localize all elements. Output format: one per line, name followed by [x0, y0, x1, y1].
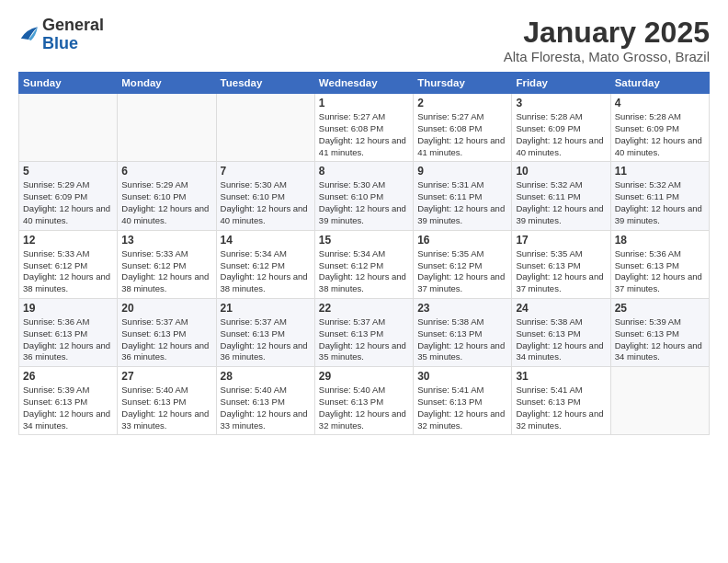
cell-info: Sunrise: 5:40 AM Sunset: 6:13 PM Dayligh…	[121, 385, 211, 431]
day-number: 8	[319, 165, 409, 178]
cell-2-3: 7Sunrise: 5:30 AM Sunset: 6:10 PM Daylig…	[216, 162, 314, 230]
cell-2-7: 11Sunrise: 5:32 AM Sunset: 6:11 PM Dayli…	[610, 162, 709, 230]
cell-info: Sunrise: 5:30 AM Sunset: 6:10 PM Dayligh…	[319, 179, 409, 226]
cell-5-1: 26Sunrise: 5:39 AM Sunset: 6:13 PM Dayli…	[19, 367, 118, 435]
cell-2-6: 10Sunrise: 5:32 AM Sunset: 6:11 PM Dayli…	[512, 162, 610, 230]
cell-4-3: 21Sunrise: 5:37 AM Sunset: 6:13 PM Dayli…	[216, 298, 314, 366]
cell-info: Sunrise: 5:33 AM Sunset: 6:12 PM Dayligh…	[23, 248, 113, 295]
cell-4-4: 22Sunrise: 5:37 AM Sunset: 6:13 PM Dayli…	[314, 298, 413, 366]
day-number: 2	[417, 97, 507, 109]
day-number: 13	[121, 234, 211, 247]
cell-info: Sunrise: 5:38 AM Sunset: 6:13 PM Dayligh…	[417, 316, 507, 363]
day-number: 6	[121, 165, 211, 178]
logo-bird-icon	[18, 23, 39, 43]
col-monday: Monday	[118, 73, 216, 94]
day-number: 5	[23, 165, 113, 178]
cell-5-6: 31Sunrise: 5:41 AM Sunset: 6:13 PM Dayli…	[512, 367, 610, 435]
cell-5-5: 30Sunrise: 5:41 AM Sunset: 6:13 PM Dayli…	[414, 367, 512, 435]
cell-2-4: 8Sunrise: 5:30 AM Sunset: 6:10 PM Daylig…	[314, 162, 413, 230]
day-number: 1	[319, 97, 409, 109]
cell-info: Sunrise: 5:29 AM Sunset: 6:10 PM Dayligh…	[121, 179, 211, 226]
cell-3-3: 14Sunrise: 5:34 AM Sunset: 6:12 PM Dayli…	[216, 230, 314, 298]
header: General Blue January 2025 Alta Floresta,…	[18, 17, 710, 64]
calendar-table: Sunday Monday Tuesday Wednesday Thursday…	[18, 72, 710, 435]
day-number: 9	[417, 165, 507, 178]
cell-3-6: 17Sunrise: 5:35 AM Sunset: 6:13 PM Dayli…	[512, 230, 610, 298]
cell-info: Sunrise: 5:28 AM Sunset: 6:09 PM Dayligh…	[615, 111, 705, 158]
header-row: Sunday Monday Tuesday Wednesday Thursday…	[19, 73, 710, 94]
cell-1-4: 1Sunrise: 5:27 AM Sunset: 6:08 PM Daylig…	[314, 94, 413, 162]
day-number: 31	[516, 370, 606, 383]
day-number: 18	[615, 234, 705, 247]
cell-1-5: 2Sunrise: 5:27 AM Sunset: 6:08 PM Daylig…	[414, 94, 512, 162]
cell-5-2: 27Sunrise: 5:40 AM Sunset: 6:13 PM Dayli…	[118, 367, 216, 435]
day-number: 19	[23, 302, 113, 315]
day-number: 3	[516, 97, 606, 109]
cell-info: Sunrise: 5:34 AM Sunset: 6:12 PM Dayligh…	[221, 248, 311, 295]
cell-5-7	[610, 367, 709, 435]
day-number: 20	[121, 302, 211, 315]
day-number: 28	[221, 370, 311, 383]
col-wednesday: Wednesday	[314, 73, 413, 94]
page: General Blue January 2025 Alta Floresta,…	[0, 0, 728, 563]
cell-4-2: 20Sunrise: 5:37 AM Sunset: 6:13 PM Dayli…	[118, 298, 216, 366]
cell-info: Sunrise: 5:33 AM Sunset: 6:12 PM Dayligh…	[121, 248, 211, 295]
col-tuesday: Tuesday	[216, 73, 314, 94]
cell-1-2	[118, 94, 216, 162]
week-row-2: 5Sunrise: 5:29 AM Sunset: 6:09 PM Daylig…	[19, 162, 710, 230]
day-number: 25	[615, 302, 705, 315]
cell-info: Sunrise: 5:27 AM Sunset: 6:08 PM Dayligh…	[319, 111, 409, 158]
day-number: 17	[516, 234, 606, 247]
cell-3-4: 15Sunrise: 5:34 AM Sunset: 6:12 PM Dayli…	[314, 230, 413, 298]
title-block: January 2025 Alta Floresta, Mato Grosso,…	[504, 17, 710, 64]
week-row-1: 1Sunrise: 5:27 AM Sunset: 6:08 PM Daylig…	[19, 94, 710, 162]
week-row-3: 12Sunrise: 5:33 AM Sunset: 6:12 PM Dayli…	[19, 230, 710, 298]
cell-4-7: 25Sunrise: 5:39 AM Sunset: 6:13 PM Dayli…	[610, 298, 709, 366]
cell-2-2: 6Sunrise: 5:29 AM Sunset: 6:10 PM Daylig…	[118, 162, 216, 230]
day-number: 29	[319, 370, 409, 383]
cell-1-7: 4Sunrise: 5:28 AM Sunset: 6:09 PM Daylig…	[610, 94, 709, 162]
cell-info: Sunrise: 5:37 AM Sunset: 6:13 PM Dayligh…	[121, 316, 211, 363]
day-number: 23	[417, 302, 507, 315]
cell-info: Sunrise: 5:32 AM Sunset: 6:11 PM Dayligh…	[615, 179, 705, 226]
cell-info: Sunrise: 5:27 AM Sunset: 6:08 PM Dayligh…	[417, 111, 507, 158]
day-number: 22	[319, 302, 409, 315]
day-number: 10	[516, 165, 606, 178]
cell-info: Sunrise: 5:39 AM Sunset: 6:13 PM Dayligh…	[23, 385, 113, 431]
cell-info: Sunrise: 5:35 AM Sunset: 6:12 PM Dayligh…	[417, 248, 507, 295]
cell-1-3	[216, 94, 314, 162]
cell-info: Sunrise: 5:34 AM Sunset: 6:12 PM Dayligh…	[319, 248, 409, 295]
cell-info: Sunrise: 5:31 AM Sunset: 6:11 PM Dayligh…	[417, 179, 507, 226]
cell-info: Sunrise: 5:37 AM Sunset: 6:13 PM Dayligh…	[319, 316, 409, 363]
logo: General Blue	[18, 17, 104, 53]
day-number: 27	[121, 370, 211, 383]
day-number: 16	[417, 234, 507, 247]
cell-1-6: 3Sunrise: 5:28 AM Sunset: 6:09 PM Daylig…	[512, 94, 610, 162]
day-number: 12	[23, 234, 113, 247]
day-number: 24	[516, 302, 606, 315]
cell-3-1: 12Sunrise: 5:33 AM Sunset: 6:12 PM Dayli…	[19, 230, 118, 298]
cell-4-5: 23Sunrise: 5:38 AM Sunset: 6:13 PM Dayli…	[414, 298, 512, 366]
cell-1-1	[19, 94, 118, 162]
cell-info: Sunrise: 5:29 AM Sunset: 6:09 PM Dayligh…	[23, 179, 113, 226]
cell-5-4: 29Sunrise: 5:40 AM Sunset: 6:13 PM Dayli…	[314, 367, 413, 435]
day-number: 11	[615, 165, 705, 178]
day-number: 7	[221, 165, 311, 178]
cell-info: Sunrise: 5:41 AM Sunset: 6:13 PM Dayligh…	[516, 385, 606, 431]
cell-4-1: 19Sunrise: 5:36 AM Sunset: 6:13 PM Dayli…	[19, 298, 118, 366]
cell-info: Sunrise: 5:36 AM Sunset: 6:13 PM Dayligh…	[23, 316, 113, 363]
col-saturday: Saturday	[610, 73, 709, 94]
col-sunday: Sunday	[19, 73, 118, 94]
col-thursday: Thursday	[414, 73, 512, 94]
cell-4-6: 24Sunrise: 5:38 AM Sunset: 6:13 PM Dayli…	[512, 298, 610, 366]
cell-3-7: 18Sunrise: 5:36 AM Sunset: 6:13 PM Dayli…	[610, 230, 709, 298]
cell-info: Sunrise: 5:39 AM Sunset: 6:13 PM Dayligh…	[615, 316, 705, 363]
cell-info: Sunrise: 5:41 AM Sunset: 6:13 PM Dayligh…	[417, 385, 507, 431]
cell-info: Sunrise: 5:38 AM Sunset: 6:13 PM Dayligh…	[516, 316, 606, 363]
month-title: January 2025	[504, 17, 710, 49]
cell-info: Sunrise: 5:28 AM Sunset: 6:09 PM Dayligh…	[516, 111, 606, 158]
cell-info: Sunrise: 5:32 AM Sunset: 6:11 PM Dayligh…	[516, 179, 606, 226]
day-number: 21	[221, 302, 311, 315]
week-row-5: 26Sunrise: 5:39 AM Sunset: 6:13 PM Dayli…	[19, 367, 710, 435]
cell-info: Sunrise: 5:30 AM Sunset: 6:10 PM Dayligh…	[221, 179, 311, 226]
